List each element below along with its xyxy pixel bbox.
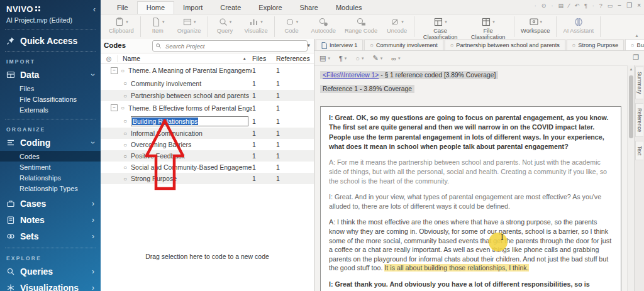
code-row-social-community-engagement[interactable]: ○ Social and Community-Based Engagement … <box>101 162 314 173</box>
pen-icon[interactable]: ∕ <box>569 3 570 9</box>
scrollbar-thumb[interactable] <box>629 75 633 138</box>
code-circle-icon: ○ <box>355 55 360 62</box>
undo-icon[interactable]: ↶ <box>574 3 579 9</box>
chevron-right-icon[interactable]: › <box>92 232 94 241</box>
annotate-button[interactable]: ✎▾ <box>373 54 383 62</box>
chevron-down-icon[interactable]: › <box>89 141 97 144</box>
tab-interview-1[interactable]: Interview 1 <box>316 40 363 50</box>
visualize-button[interactable]: ▾ Visualize <box>240 14 272 39</box>
collapse-ribbon-icon[interactable]: ▲ <box>635 33 639 38</box>
code-row-theme-a[interactable]: − ○ Theme. A Meaning of Parental Engange… <box>101 64 314 77</box>
sidebar-item-externals[interactable]: Externals <box>0 104 101 115</box>
code-row-partnership[interactable]: ○ Partnership between school and parents… <box>101 90 314 101</box>
view-layout-button[interactable]: ▤▾ <box>319 54 330 62</box>
chevron-right-icon[interactable]: › <box>92 216 94 224</box>
paragraph: A: For me it means the partnership betwe… <box>329 158 613 185</box>
sidebar-item-sets[interactable]: Sets › <box>0 228 101 244</box>
code-button[interactable]: ▾ Code <box>277 14 307 39</box>
tab-share[interactable]: Share <box>291 2 327 14</box>
sidebar-item-codes[interactable]: Codes <box>0 151 101 162</box>
help-icon[interactable]: ? <box>599 3 602 9</box>
autosave-icon[interactable]: ⊙ <box>541 3 547 9</box>
clipboard-button[interactable]: ▾ Clipboard <box>104 14 138 39</box>
sidebar-item-file-classifications[interactable]: File Classifications <box>0 94 101 104</box>
paragraph-icon[interactable]: ¶ <box>584 3 587 9</box>
sort-ascending-icon[interactable]: ▴ <box>243 56 252 61</box>
column-name[interactable]: Name <box>118 55 243 62</box>
undock-window-icon[interactable]: ❐ <box>633 53 639 62</box>
sidebar-item-files[interactable]: Files <box>0 83 101 94</box>
sidebar-item-data[interactable]: Data › <box>0 67 101 83</box>
tab-summary[interactable]: Summary <box>635 67 643 99</box>
search-options-chevron-icon[interactable]: ▾ <box>307 42 310 48</box>
nvivo-window: NVIVO ‹ AI Project.nvp (Edited) Quick Ac… <box>0 0 644 291</box>
tab-file[interactable]: File <box>108 2 137 14</box>
sidebar-item-visualizations[interactable]: Visualizations › <box>0 280 101 291</box>
sidebar-item-relationship-types[interactable]: Relationship Types <box>0 183 101 194</box>
restore-icon[interactable]: ❐ <box>626 2 632 9</box>
target-column-icon[interactable]: ◎ <box>101 55 118 62</box>
sidebar-item-coding[interactable]: Coding › <box>0 135 101 151</box>
code-row-informal-communication[interactable]: ○ Informal Communication 1 1 <box>101 128 314 139</box>
tab-modules[interactable]: Modules <box>327 2 371 14</box>
code-row-community-involvement[interactable]: ○ Community involvement 1 1 <box>101 77 314 90</box>
autocode-button[interactable]: Autocode <box>307 14 340 39</box>
case-classification-button[interactable]: ▾ Case Classification <box>416 14 464 39</box>
tab-strong-purpose[interactable]: ○ Strong Purpose <box>567 40 624 50</box>
tab-home[interactable]: Home <box>137 1 174 14</box>
tab-partnership-between-school-and-parents[interactable]: ○ Partnership between school and parents <box>445 40 565 50</box>
sidebar-item-cases[interactable]: Cases › <box>0 195 101 212</box>
code-row-overcoming-barriers[interactable]: ○ Overcoming Barriers 1 1 <box>101 139 314 150</box>
tab-community-involvement[interactable]: ○ Community involvement <box>364 40 443 50</box>
code-row-building-relationships-editing[interactable]: ○ Building Relationships 1 1 <box>101 114 314 128</box>
range-code-button[interactable]: Range Code <box>340 14 382 39</box>
item-button[interactable]: ▾ Item <box>143 14 173 39</box>
tab-building-relationships[interactable]: ○ Building Relationships × <box>625 39 644 50</box>
tab-explore[interactable]: Explore <box>250 2 291 14</box>
code-row-theme-b[interactable]: − ○ Theme. B Effective forms of Parental… <box>101 101 314 114</box>
quick-code-button[interactable]: ○▾ <box>355 55 364 62</box>
code-row-positive-feedback[interactable]: ○ Positive Feedback 1 1 <box>101 150 314 162</box>
tab-create[interactable]: Create <box>211 2 250 14</box>
chevron-right-icon[interactable]: › <box>92 267 94 276</box>
tab-import[interactable]: Import <box>174 2 211 14</box>
minimize-icon[interactable]: − <box>618 2 621 9</box>
coding-lines-icon <box>6 138 15 147</box>
chevron-down-icon[interactable]: › <box>89 74 97 76</box>
code-circle-icon: ○ <box>631 42 634 48</box>
column-files[interactable]: Files <box>252 55 276 62</box>
document-icon <box>321 42 327 49</box>
collapse-node-icon[interactable]: − <box>111 104 118 111</box>
feedback-icon[interactable]: ▭ <box>608 3 613 9</box>
text-formatting-button[interactable]: ¶▾ <box>339 55 347 62</box>
sidebar-item-quick-access[interactable]: Quick Access <box>0 33 101 49</box>
column-references[interactable]: References <box>276 55 314 62</box>
search-input[interactable] <box>164 42 304 50</box>
sidebar-item-sentiment[interactable]: Sentiment <box>0 162 101 172</box>
titlebar-icons: · ⊙ · ▤ ∕ ↶ ¶ · ? ▭ − ❐ × <box>535 2 641 9</box>
sidebar-item-relationships[interactable]: Relationships <box>0 172 101 183</box>
organize-button[interactable]: ▾ Organize <box>173 14 206 39</box>
file-classification-button[interactable]: ▾ File Classification <box>464 14 512 39</box>
cases-box-icon <box>6 199 15 208</box>
sidebar-collapse-icon[interactable]: ‹ <box>93 5 96 14</box>
file-link[interactable]: <Files\\Interview 1> <box>323 72 379 79</box>
sidebar-item-notes[interactable]: Notes › <box>0 212 101 228</box>
chevron-right-icon[interactable]: › <box>92 199 94 208</box>
save-icon[interactable]: ▤ <box>558 3 564 9</box>
workspace-button[interactable]: ▾ Workspace <box>516 14 554 39</box>
caret-down-icon: ▾ <box>194 19 196 25</box>
interview-text[interactable]: I: Great. OK, so my questions are going … <box>320 106 621 291</box>
ai-assistant-button[interactable]: AI Assistant <box>558 14 598 39</box>
tab-reference[interactable]: Reference <box>635 103 643 137</box>
close-icon[interactable]: × <box>637 2 641 9</box>
sidebar-item-queries[interactable]: Queries › <box>0 263 101 280</box>
query-button[interactable]: ▾ Query <box>210 14 240 39</box>
code-row-strong-purpose[interactable]: ○ Strong Purpose 1 1 <box>101 173 314 184</box>
tab-text[interactable]: Text <box>635 141 643 160</box>
collapse-node-icon[interactable]: − <box>111 67 118 74</box>
see-also-links-button[interactable]: ∞▾ <box>391 55 400 62</box>
uncode-button[interactable]: ▾ Uncode <box>382 14 412 39</box>
rename-code-input[interactable]: Building Relationships <box>131 116 248 126</box>
chevron-right-icon[interactable]: › <box>92 283 94 291</box>
